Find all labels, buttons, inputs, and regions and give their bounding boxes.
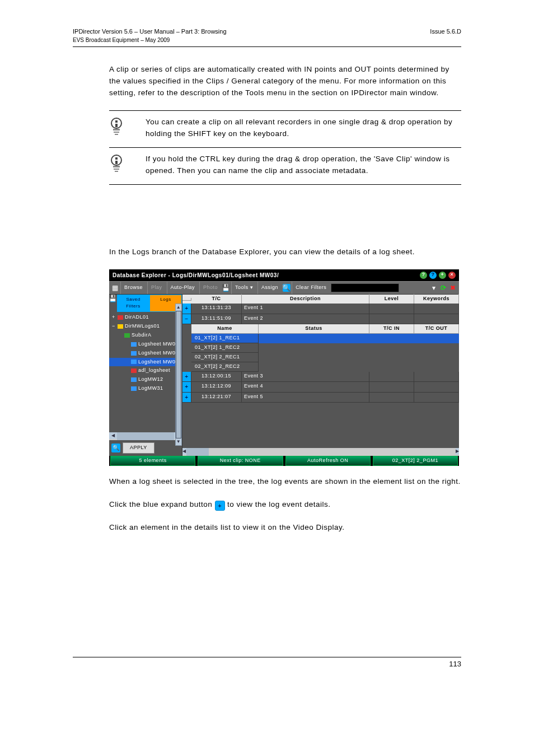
- header-right: Issue 5.6.D: [430, 28, 461, 35]
- minimize-icon[interactable]: ?: [429, 272, 437, 279]
- para-intro: A clip or series of clips are automatica…: [109, 64, 461, 99]
- para-logs-intro: In the Logs branch of the Database Explo…: [109, 246, 461, 258]
- assign-button[interactable]: Assign: [257, 282, 282, 294]
- grid-row[interactable]: 13:11:31:23Event 1: [182, 304, 459, 314]
- grid-row[interactable]: 13:12:12:09Event 4: [182, 382, 459, 393]
- note-icon: [109, 116, 132, 141]
- tree-save-icon[interactable]: 💾: [109, 295, 117, 302]
- col-tc[interactable]: T/C: [191, 294, 242, 305]
- sub-row[interactable]: 02_XT[2] 2_REC2: [191, 362, 459, 372]
- header-left: IPDirector Version 5.6 – User Manual – P…: [73, 28, 227, 35]
- expand-button[interactable]: [182, 314, 191, 325]
- save-icon[interactable]: 💾: [222, 284, 230, 292]
- page-number: 113: [449, 660, 461, 668]
- status-elements: 5 elements: [110, 456, 195, 466]
- tree-item[interactable]: SubdirA: [109, 331, 182, 340]
- photo-button[interactable]: Photo: [199, 282, 221, 294]
- play-button[interactable]: Play: [147, 282, 166, 294]
- para-p3: When a log sheet is selected in the tree…: [109, 476, 461, 488]
- note-icon: [109, 153, 132, 178]
- browse-button[interactable]: Browse: [120, 282, 146, 294]
- col-keywords[interactable]: Keywords: [414, 294, 459, 305]
- note-text-1: You can create a clip on all relevant re…: [132, 116, 461, 140]
- tree-vscroll[interactable]: ▲ ▼: [175, 304, 182, 446]
- autoplay-button[interactable]: Auto-Play: [167, 282, 199, 294]
- sub-row[interactable]: 01_XT[2] 1_REC1: [191, 334, 459, 343]
- tree-item[interactable]: Logsheet MW02: [109, 349, 182, 358]
- clear-filters-button[interactable]: Clear Filters: [292, 282, 330, 294]
- toolbar-icon-1[interactable]: ▦: [111, 284, 119, 292]
- tree-item[interactable]: +DirADL01: [109, 313, 182, 322]
- grid-hscroll[interactable]: ◀ ▶: [182, 448, 459, 456]
- sub-row[interactable]: 01_XT[2] 1_REC2: [191, 343, 459, 353]
- note-text-2: If you hold the CTRL key during the drag…: [132, 153, 461, 177]
- status-refresh: AutoRefresh ON: [285, 456, 371, 466]
- tree-item[interactable]: adl_logsheet: [109, 366, 182, 375]
- refresh-icon[interactable]: ⟳: [439, 284, 447, 292]
- cancel-icon[interactable]: ✖: [449, 284, 457, 292]
- apply-search-icon[interactable]: 🔍: [111, 444, 120, 452]
- search-icon[interactable]: 🔍: [283, 284, 291, 292]
- grid-row[interactable]: 13:12:21:07Event 5: [182, 393, 459, 403]
- tree-tab-saved[interactable]: Saved Filters: [117, 295, 149, 312]
- svg-rect-4: [115, 157, 118, 160]
- tree-item[interactable]: Logsheet MW01: [109, 340, 182, 349]
- status-pgm: 02_XT[2] 2_PGM1: [373, 456, 458, 466]
- help-icon[interactable]: ?: [420, 272, 427, 279]
- svg-rect-2: [115, 124, 118, 127]
- para-p4: Click the blue expand button + to view t…: [109, 499, 461, 511]
- tree-panel: 💾 Saved Filters Logs +DirADL01−DirMWLogs…: [109, 295, 182, 456]
- expand-button[interactable]: [182, 393, 191, 403]
- col-level[interactable]: Level: [369, 294, 414, 305]
- tree-item[interactable]: LogMW31: [109, 384, 182, 393]
- tree-item[interactable]: LogMW12: [109, 375, 182, 384]
- para-p5: Click an element in the details list to …: [109, 522, 461, 534]
- note-block-2: If you hold the CTRL key during the drag…: [109, 153, 461, 185]
- footer-rule: [73, 657, 461, 657]
- grid-row[interactable]: 13:11:51:09Event 2: [182, 314, 459, 325]
- grid-row[interactable]: 13:12:00:15Event 3: [182, 372, 459, 382]
- svg-rect-5: [115, 161, 118, 164]
- col-expand: [182, 298, 191, 301]
- header-rule: [73, 46, 461, 47]
- expand-button[interactable]: [182, 382, 191, 393]
- close-icon[interactable]: ×: [448, 272, 456, 279]
- note-block-1: You can create a clip on all relevant re…: [109, 110, 461, 148]
- svg-rect-1: [115, 120, 118, 123]
- expand-button[interactable]: [182, 304, 191, 314]
- window-title: Database Explorer - Logs/DirMWLogs01/Log…: [113, 271, 279, 280]
- maximize-icon[interactable]: +: [439, 272, 446, 279]
- apply-button[interactable]: APPLY: [123, 442, 154, 454]
- dropdown-icon[interactable]: ▾: [430, 284, 438, 292]
- filter-input[interactable]: [331, 283, 399, 292]
- database-explorer-screenshot: Database Explorer - Logs/DirMWLogs01/Log…: [109, 269, 459, 466]
- tools-menu[interactable]: Tools ▾: [231, 282, 256, 294]
- tree-item[interactable]: −DirMWLogs01: [109, 322, 182, 331]
- tree-hscroll[interactable]: ◀ ▶: [109, 432, 182, 440]
- header-sub: EVS Broadcast Equipment – May 2009: [73, 37, 461, 43]
- expand-button[interactable]: [182, 372, 191, 382]
- grid-panel: T/C Description Level Keywords 13:11:31:…: [182, 295, 459, 456]
- col-desc[interactable]: Description: [242, 294, 369, 305]
- status-next: Next clip: NONE: [198, 456, 283, 466]
- tree-item[interactable]: Logsheet MW03: [109, 358, 182, 367]
- sub-row[interactable]: 02_XT[2] 2_REC1: [191, 353, 459, 362]
- expand-icon-inline: +: [215, 501, 225, 511]
- sub-header: NameStatusT/C INT/C OUT: [191, 324, 459, 334]
